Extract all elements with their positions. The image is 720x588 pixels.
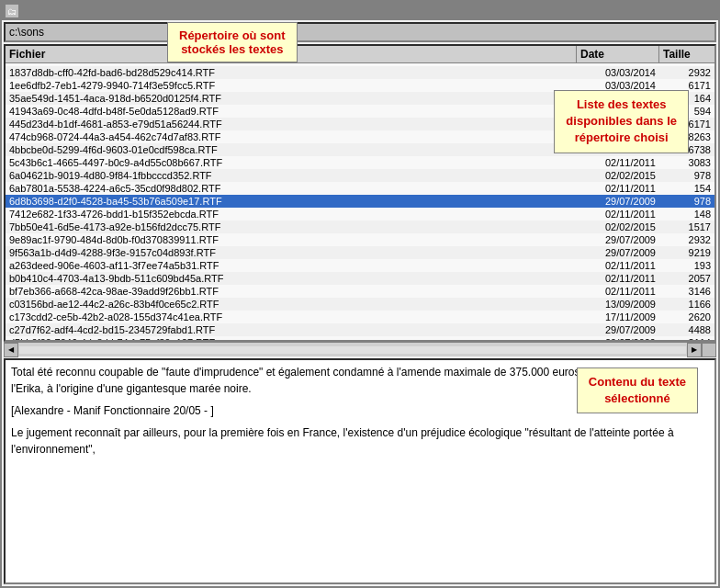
table-row[interactable]: c03156bd-ae12-44c2-a26c-83b4f0ce65c2.RTF… <box>6 298 714 311</box>
file-size: 9219 <box>659 246 714 259</box>
file-date: 29/07/2009 <box>577 336 659 340</box>
file-name: d5bb0f00-7046-4dc8-bb74-fc75af39a127.RTF <box>6 336 577 340</box>
file-table-header: Fichier Date Taille <box>6 46 714 63</box>
file-size: 2620 <box>659 311 714 323</box>
file-name: 1837d8db-cff0-42fd-bad6-bd28d529c414.RTF <box>6 66 577 79</box>
file-name: 7412e682-1f33-4726-bdd1-b15f352ebcda.RTF <box>6 208 577 220</box>
file-name: 35ae549d-1451-4aca-918d-b6520d0125f4.RTF <box>6 92 577 105</box>
content-paragraph: Le jugement reconnaît par ailleurs, pour… <box>11 424 709 458</box>
file-name: 6a04621b-9019-4d80-9f84-1fbbcccd352.RTF <box>6 169 577 182</box>
file-name: b0b410c4-4703-4a13-9bdb-511c609bd45a.RTF <box>6 272 577 285</box>
file-size: 148 <box>659 208 714 220</box>
table-row[interactable]: 9f563a1b-d4d9-4288-9f3e-9157c04d893f.RTF… <box>6 246 714 259</box>
table-row[interactable]: 7412e682-1f33-4726-bdd1-b15f352ebcda.RTF… <box>6 208 714 220</box>
content-section: Contenu du texte sélectionné Total été r… <box>4 358 716 584</box>
file-name: bf7eb366-a668-42ca-98ae-39add9f26bb1.RTF <box>6 285 577 298</box>
file-size: 1166 <box>659 298 714 311</box>
file-name: 5c43b6c1-4665-4497-b0c9-a4d55c08b667.RTF <box>6 156 577 169</box>
file-size: 1517 <box>659 220 714 233</box>
file-date: 02/11/2011 <box>577 182 659 195</box>
scroll-corner <box>702 343 716 357</box>
file-name: 4bbcbe0d-5299-4f6d-9603-01e0cdf598ca.RTF <box>6 143 577 156</box>
file-date: 02/11/2011 <box>577 272 659 285</box>
header-taille: Taille <box>659 46 714 62</box>
file-name: 1ee6dfb2-7eb1-4279-9940-714f3e59fcc5.RTF <box>6 79 577 92</box>
file-name: 9f563a1b-d4d9-4288-9f3e-9157c04d893f.RTF <box>6 246 577 259</box>
file-name: 445d23d4-b1df-4681-a853-e79d51a56244.RTF <box>6 118 577 130</box>
file-name: c173cdd2-ce5b-42b2-a028-155d374c41ea.RTF <box>6 311 577 323</box>
main-content: Répertoire où sont stockés les textes c:… <box>2 20 718 586</box>
file-date: 02/02/2015 <box>577 220 659 233</box>
file-size: 3083 <box>659 156 714 169</box>
file-size: 2932 <box>659 66 714 79</box>
file-date: 02/11/2011 <box>577 259 659 272</box>
header-date: Date <box>577 46 659 62</box>
directory-tooltip: Répertoire où sont stockés les textes <box>167 22 298 62</box>
table-row[interactable]: 7bb50e41-6d5e-4173-a92e-b156fd2dcc75.RTF… <box>6 220 714 233</box>
file-list-section: Liste des textes disponibles dans le rép… <box>4 44 716 356</box>
file-date: 02/11/2011 <box>577 156 659 169</box>
file-name: 9e89ac1f-9790-484d-8d0b-f0d370839911.RTF <box>6 233 577 246</box>
table-row[interactable]: d5bb0f00-7046-4dc8-bb74-fc75af39a127.RTF… <box>6 336 714 340</box>
file-date: 13/09/2009 <box>577 298 659 311</box>
file-name: 7bb50e41-6d5e-4173-a92e-b156fd2dcc75.RTF <box>6 220 577 233</box>
table-row[interactable]: 1837d8db-cff0-42fd-bad6-bd28d529c414.RTF… <box>6 66 714 79</box>
directory-path: c:\sons <box>9 26 44 39</box>
file-date: 29/07/2009 <box>577 323 659 336</box>
file-size: 4488 <box>659 323 714 336</box>
table-row[interactable]: 6a04621b-9019-4d80-9f84-1fbbcccd352.RTF0… <box>6 169 714 182</box>
file-size: 978 <box>659 169 714 182</box>
horizontal-scrollbar-area: ◀ ▶ <box>4 342 716 356</box>
table-row[interactable]: a263deed-906e-4603-af11-3f7ee74a5b31.RTF… <box>6 259 714 272</box>
table-row[interactable]: b0b410c4-4703-4a13-9bdb-511c609bd45a.RTF… <box>6 272 714 285</box>
table-row[interactable]: c173cdd2-ce5b-42b2-a028-155d374c41ea.RTF… <box>6 311 714 323</box>
file-size: 154 <box>659 182 714 195</box>
file-date: 29/07/2009 <box>577 195 659 208</box>
file-date: 29/07/2009 <box>577 233 659 246</box>
file-date: 17/11/2009 <box>577 311 659 323</box>
file-name: a263deed-906e-4603-af11-3f7ee74a5b31.RTF <box>6 259 577 272</box>
table-row[interactable]: 9e89ac1f-9790-484d-8d0b-f0d370839911.RTF… <box>6 233 714 246</box>
title-bar: 🗂 <box>2 2 718 20</box>
file-size: 978 <box>659 195 714 208</box>
scroll-left-button[interactable]: ◀ <box>4 343 18 357</box>
table-row[interactable]: 6ab7801a-5538-4224-a6c5-35cd0f98d802.RTF… <box>6 182 714 195</box>
file-size: 193 <box>659 259 714 272</box>
directory-section: Répertoire où sont stockés les textes c:… <box>2 20 718 44</box>
file-date: 02/02/2015 <box>577 169 659 182</box>
file-table: Fichier Date Taille 004b9ac8-e76a-4a8e-b… <box>4 44 716 342</box>
file-date: 29/07/2009 <box>577 246 659 259</box>
scroll-track[interactable] <box>19 346 686 354</box>
file-size: 2057 <box>659 272 714 285</box>
file-date: 02/11/2011 <box>577 208 659 220</box>
directory-bar[interactable]: c:\sons <box>4 22 716 42</box>
file-name: c27d7f62-adf4-4cd2-bd15-2345729fabd1.RTF <box>6 323 577 336</box>
content-tooltip: Contenu du texte sélectionné <box>577 368 698 413</box>
file-size: 3146 <box>659 285 714 298</box>
file-size: 3114 <box>659 336 714 340</box>
main-window: 🗂 Répertoire où sont stockés les textes … <box>0 0 720 588</box>
table-row[interactable]: 5c43b6c1-4665-4497-b0c9-a4d55c08b667.RTF… <box>6 156 714 169</box>
scroll-right-button[interactable]: ▶ <box>687 343 702 357</box>
file-date: 02/11/2011 <box>577 285 659 298</box>
file-name: 41943a69-0c48-4dfd-b48f-5e0da5128ad9.RTF <box>6 105 577 118</box>
file-name: 6d8b3698-d2f0-4528-ba45-53b76a509e17.RTF <box>6 195 577 208</box>
file-date: 03/03/2014 <box>577 66 659 79</box>
table-row[interactable]: 6d8b3698-d2f0-4528-ba45-53b76a509e17.RTF… <box>6 195 714 208</box>
file-name: 6ab7801a-5538-4224-a6c5-35cd0f98d802.RTF <box>6 182 577 195</box>
window-icon: 🗂 <box>6 5 18 17</box>
table-row[interactable]: c27d7f62-adf4-4cd2-bd15-2345729fabd1.RTF… <box>6 323 714 336</box>
file-size: 2932 <box>659 233 714 246</box>
table-row[interactable]: bf7eb366-a668-42ca-98ae-39add9f26bb1.RTF… <box>6 285 714 298</box>
list-tooltip: Liste des textes disponibles dans le rép… <box>554 90 689 153</box>
file-name: c03156bd-ae12-44c2-a26c-83b4f0ce65c2.RTF <box>6 298 577 311</box>
file-name: 474cb968-0724-44a3-a454-462c74d7af83.RTF <box>6 130 577 143</box>
